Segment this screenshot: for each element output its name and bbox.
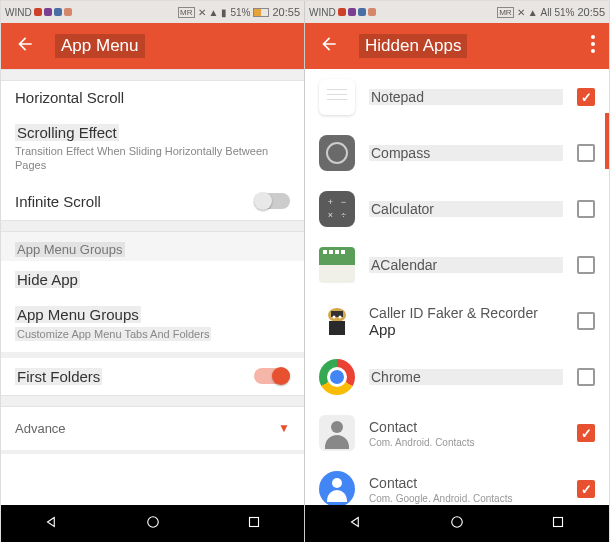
row-label: Hide App — [15, 271, 80, 288]
notif-icon — [64, 8, 72, 16]
back-icon[interactable] — [319, 34, 339, 58]
overflow-menu-icon[interactable] — [591, 35, 595, 57]
app-package: Com. Android. Contacts — [369, 437, 563, 448]
scrolling-effect-row[interactable]: Scrolling Effect Transition Effect When … — [1, 116, 304, 183]
svg-point-4 — [591, 49, 595, 53]
svg-point-2 — [591, 35, 595, 39]
app-menu-groups-row[interactable]: App Menu Groups Customize App Menu Tabs … — [1, 298, 304, 352]
chrome-icon — [319, 359, 355, 395]
notif-icon — [54, 8, 62, 16]
checkbox[interactable] — [577, 424, 595, 442]
checkbox[interactable] — [577, 200, 595, 218]
calendar-icon — [319, 247, 355, 283]
row-label: Scrolling Effect — [15, 124, 119, 141]
checkbox[interactable] — [577, 256, 595, 274]
checkbox[interactable] — [577, 368, 595, 386]
battery-text: All 51% — [541, 7, 575, 18]
status-bar: WIND MR ✕ ▲ ▮ 51% 20:55 — [1, 1, 304, 23]
mr-icon: MR — [497, 7, 513, 18]
list-item[interactable]: Notepad — [305, 69, 609, 125]
page-title: App Menu — [55, 34, 145, 58]
app-name: Notepad — [369, 89, 563, 105]
svg-point-9 — [339, 316, 342, 319]
app-name: Calculator — [369, 201, 563, 217]
first-folders-row[interactable]: First Folders — [1, 358, 304, 395]
nav-recent-icon[interactable] — [549, 513, 567, 535]
row-label: Infinite Scroll — [15, 193, 101, 210]
advance-row[interactable]: Advance ▼ — [1, 407, 304, 450]
infinite-scroll-toggle[interactable] — [254, 193, 290, 209]
mr-icon: MR — [178, 7, 194, 18]
battery-icon — [253, 8, 269, 17]
nav-back-icon[interactable] — [347, 513, 365, 535]
compass-icon — [319, 135, 355, 171]
notif-icon — [348, 8, 356, 16]
vibrate-icon: ✕ — [517, 7, 525, 18]
contacts-icon — [319, 415, 355, 451]
svg-rect-6 — [331, 311, 343, 317]
chevron-down-icon: ▼ — [278, 421, 290, 435]
google-contacts-icon — [319, 471, 355, 505]
list-item[interactable]: Compass — [305, 125, 609, 181]
hidden-apps-panel: WIND MR ✕ ▲ All 51% 20:55 Hidden Apps — [305, 1, 609, 542]
caller-id-faker-icon — [319, 303, 355, 339]
toolbar: App Menu — [1, 23, 304, 69]
first-folders-toggle[interactable] — [254, 368, 290, 384]
page-title: Hidden Apps — [359, 34, 467, 58]
row-sublabel: Transition Effect When Sliding Horizonta… — [15, 144, 290, 173]
nav-back-icon[interactable] — [43, 513, 61, 535]
toolbar: Hidden Apps — [305, 23, 609, 69]
vibrate-icon: ✕ — [198, 7, 206, 18]
svg-rect-1 — [249, 518, 258, 527]
calculator-icon: +−×÷ — [319, 191, 355, 227]
list-item[interactable]: Caller ID Faker & RecorderApp — [305, 293, 609, 349]
svg-point-3 — [591, 42, 595, 46]
settings-content[interactable]: Horizontal Scroll Scrolling Effect Trans… — [1, 69, 304, 505]
list-item[interactable]: ACalendar — [305, 237, 609, 293]
app-name: Compass — [369, 145, 563, 161]
status-bar: WIND MR ✕ ▲ All 51% 20:55 — [305, 1, 609, 23]
nav-bar — [305, 505, 609, 542]
wifi-icon: ▲ — [209, 7, 219, 18]
row-label: App Menu Groups — [15, 306, 141, 323]
svg-point-8 — [333, 316, 336, 319]
notif-icon — [368, 8, 376, 16]
row-label: Advance — [15, 421, 66, 436]
notif-icon — [34, 8, 42, 16]
list-item[interactable]: Contact Com. Google. Android. Contacts — [305, 461, 609, 505]
checkbox[interactable] — [577, 88, 595, 106]
hide-app-row[interactable]: Hide App — [1, 261, 304, 298]
nav-bar — [1, 505, 304, 542]
notif-icon — [338, 8, 346, 16]
app-list[interactable]: Notepad Compass +−×÷ Calculator ACalenda… — [305, 69, 609, 505]
settings-panel: WIND MR ✕ ▲ ▮ 51% 20:55 App Menu — [1, 1, 305, 542]
battery-pct: 51% — [230, 7, 250, 18]
svg-rect-7 — [329, 321, 345, 335]
checkbox[interactable] — [577, 312, 595, 330]
row-sublabel: Customize App Menu Tabs And Folders — [15, 327, 211, 341]
list-item[interactable]: Contact Com. Android. Contacts — [305, 405, 609, 461]
svg-point-0 — [147, 517, 158, 528]
scroll-indicator — [605, 113, 609, 169]
checkbox[interactable] — [577, 480, 595, 498]
nav-home-icon[interactable] — [144, 513, 162, 535]
horizontal-scroll-row[interactable]: Horizontal Scroll — [1, 81, 304, 116]
app-name: ACalendar — [369, 257, 563, 273]
nav-home-icon[interactable] — [448, 513, 466, 535]
app-package: Com. Google. Android. Contacts — [369, 493, 563, 504]
clock: 20:55 — [272, 6, 300, 18]
list-item[interactable]: Chrome — [305, 349, 609, 405]
notif-icon — [44, 8, 52, 16]
wifi-icon: ▲ — [528, 7, 538, 18]
app-name: Chrome — [369, 369, 563, 385]
nav-recent-icon[interactable] — [245, 513, 263, 535]
clock: 20:55 — [577, 6, 605, 18]
app-name: Contact — [369, 475, 563, 491]
infinite-scroll-row[interactable]: Infinite Scroll — [1, 183, 304, 220]
list-item[interactable]: +−×÷ Calculator — [305, 181, 609, 237]
signal-icon: ▮ — [221, 7, 227, 18]
row-label: Horizontal Scroll — [15, 89, 290, 106]
notepad-icon — [319, 79, 355, 115]
back-icon[interactable] — [15, 34, 35, 58]
checkbox[interactable] — [577, 144, 595, 162]
